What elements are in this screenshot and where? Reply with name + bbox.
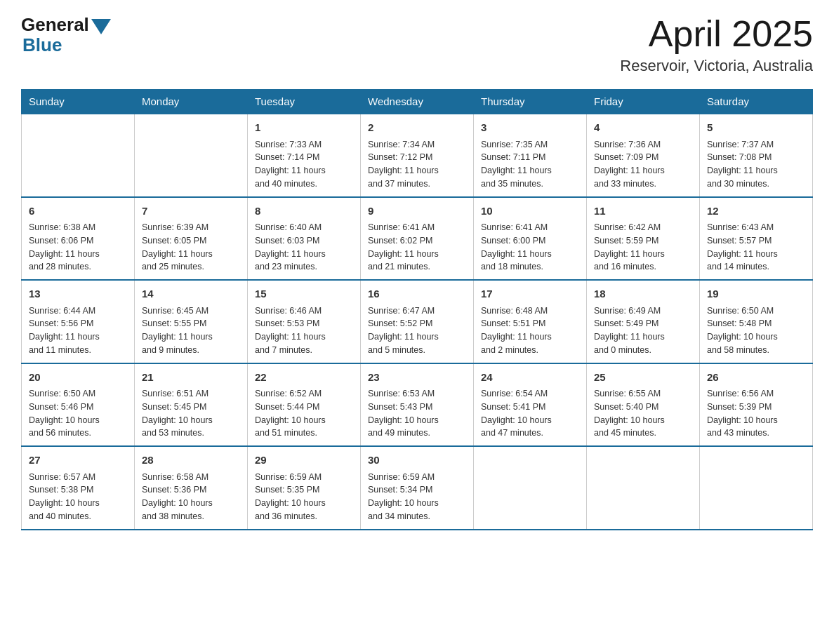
calendar-cell: 25Sunrise: 6:55 AM Sunset: 5:40 PM Dayli… <box>587 363 700 447</box>
day-number: 23 <box>368 370 466 386</box>
calendar-cell: 9Sunrise: 6:41 AM Sunset: 6:02 PM Daylig… <box>361 197 474 281</box>
day-info: Sunrise: 6:42 AM Sunset: 5:59 PM Dayligh… <box>594 221 692 274</box>
week-row-1: 1Sunrise: 7:33 AM Sunset: 7:14 PM Daylig… <box>22 114 813 197</box>
logo: General Blue <box>21 14 111 56</box>
day-number: 30 <box>368 452 466 469</box>
day-number: 22 <box>255 370 353 386</box>
day-info: Sunrise: 7:33 AM Sunset: 7:14 PM Dayligh… <box>255 138 353 191</box>
day-info: Sunrise: 7:37 AM Sunset: 7:08 PM Dayligh… <box>707 138 805 191</box>
day-info: Sunrise: 6:52 AM Sunset: 5:44 PM Dayligh… <box>255 387 353 440</box>
day-info: Sunrise: 6:50 AM Sunset: 5:46 PM Dayligh… <box>29 387 127 440</box>
day-info: Sunrise: 6:39 AM Sunset: 6:05 PM Dayligh… <box>142 221 240 274</box>
day-info: Sunrise: 6:44 AM Sunset: 5:56 PM Dayligh… <box>29 304 127 357</box>
day-info: Sunrise: 6:45 AM Sunset: 5:55 PM Dayligh… <box>142 304 240 357</box>
logo-triangle-icon <box>91 19 111 34</box>
day-info: Sunrise: 6:46 AM Sunset: 5:53 PM Dayligh… <box>255 304 353 357</box>
day-info: Sunrise: 6:49 AM Sunset: 5:49 PM Dayligh… <box>594 304 692 357</box>
day-number: 26 <box>707 370 805 386</box>
day-info: Sunrise: 6:41 AM Sunset: 6:02 PM Dayligh… <box>368 221 466 274</box>
calendar-cell: 5Sunrise: 7:37 AM Sunset: 7:08 PM Daylig… <box>700 114 813 197</box>
calendar-cell: 8Sunrise: 6:40 AM Sunset: 6:03 PM Daylig… <box>248 197 361 281</box>
day-number: 2 <box>368 120 466 136</box>
header-friday: Friday <box>587 90 700 114</box>
day-number: 18 <box>594 286 692 302</box>
day-number: 11 <box>594 203 692 220</box>
day-info: Sunrise: 6:57 AM Sunset: 5:38 PM Dayligh… <box>29 471 127 523</box>
day-number: 8 <box>255 203 353 220</box>
day-number: 5 <box>707 120 805 136</box>
calendar-cell: 27Sunrise: 6:57 AM Sunset: 5:38 PM Dayli… <box>22 446 135 530</box>
day-number: 16 <box>368 286 466 302</box>
day-info: Sunrise: 6:50 AM Sunset: 5:48 PM Dayligh… <box>707 304 805 357</box>
day-info: Sunrise: 6:43 AM Sunset: 5:57 PM Dayligh… <box>707 221 805 274</box>
calendar-cell: 23Sunrise: 6:53 AM Sunset: 5:43 PM Dayli… <box>361 363 474 447</box>
day-number: 27 <box>29 452 127 469</box>
calendar-cell: 18Sunrise: 6:49 AM Sunset: 5:49 PM Dayli… <box>587 280 700 363</box>
day-number: 20 <box>29 370 127 386</box>
day-number: 6 <box>29 203 127 220</box>
day-number: 9 <box>368 203 466 220</box>
page-subtitle: Reservoir, Victoria, Australia <box>620 57 813 75</box>
header-saturday: Saturday <box>700 90 813 114</box>
day-number: 7 <box>142 203 240 220</box>
calendar-cell: 13Sunrise: 6:44 AM Sunset: 5:56 PM Dayli… <box>22 280 135 363</box>
day-number: 24 <box>481 370 579 386</box>
day-info: Sunrise: 6:56 AM Sunset: 5:39 PM Dayligh… <box>707 387 805 440</box>
header-monday: Monday <box>135 90 248 114</box>
calendar-header-row: SundayMondayTuesdayWednesdayThursdayFrid… <box>22 90 813 114</box>
header-wednesday: Wednesday <box>361 90 474 114</box>
week-row-5: 27Sunrise: 6:57 AM Sunset: 5:38 PM Dayli… <box>22 446 813 530</box>
calendar-cell: 26Sunrise: 6:56 AM Sunset: 5:39 PM Dayli… <box>700 363 813 447</box>
calendar-cell <box>700 446 813 530</box>
day-info: Sunrise: 6:47 AM Sunset: 5:52 PM Dayligh… <box>368 304 466 357</box>
calendar-cell: 29Sunrise: 6:59 AM Sunset: 5:35 PM Dayli… <box>248 446 361 530</box>
day-info: Sunrise: 6:59 AM Sunset: 5:35 PM Dayligh… <box>255 471 353 523</box>
calendar-cell: 3Sunrise: 7:35 AM Sunset: 7:11 PM Daylig… <box>474 114 587 197</box>
day-number: 10 <box>481 203 579 220</box>
header-sunday: Sunday <box>22 90 135 114</box>
day-number: 17 <box>481 286 579 302</box>
day-info: Sunrise: 6:41 AM Sunset: 6:00 PM Dayligh… <box>481 221 579 274</box>
calendar-cell: 15Sunrise: 6:46 AM Sunset: 5:53 PM Dayli… <box>248 280 361 363</box>
day-info: Sunrise: 7:35 AM Sunset: 7:11 PM Dayligh… <box>481 138 579 191</box>
day-info: Sunrise: 6:38 AM Sunset: 6:06 PM Dayligh… <box>29 221 127 274</box>
calendar-cell: 1Sunrise: 7:33 AM Sunset: 7:14 PM Daylig… <box>248 114 361 197</box>
calendar-cell: 4Sunrise: 7:36 AM Sunset: 7:09 PM Daylig… <box>587 114 700 197</box>
day-info: Sunrise: 6:55 AM Sunset: 5:40 PM Dayligh… <box>594 387 692 440</box>
day-info: Sunrise: 6:53 AM Sunset: 5:43 PM Dayligh… <box>368 387 466 440</box>
week-row-4: 20Sunrise: 6:50 AM Sunset: 5:46 PM Dayli… <box>22 363 813 447</box>
calendar-cell <box>474 446 587 530</box>
day-number: 25 <box>594 370 692 386</box>
week-row-2: 6Sunrise: 6:38 AM Sunset: 6:06 PM Daylig… <box>22 197 813 281</box>
day-number: 12 <box>707 203 805 220</box>
calendar-cell: 14Sunrise: 6:45 AM Sunset: 5:55 PM Dayli… <box>135 280 248 363</box>
day-number: 4 <box>594 120 692 136</box>
header-tuesday: Tuesday <box>248 90 361 114</box>
day-number: 1 <box>255 120 353 136</box>
calendar-cell: 19Sunrise: 6:50 AM Sunset: 5:48 PM Dayli… <box>700 280 813 363</box>
day-number: 13 <box>29 286 127 302</box>
header-thursday: Thursday <box>474 90 587 114</box>
day-number: 28 <box>142 452 240 469</box>
calendar-cell <box>135 114 248 197</box>
calendar-cell: 20Sunrise: 6:50 AM Sunset: 5:46 PM Dayli… <box>22 363 135 447</box>
calendar-cell: 2Sunrise: 7:34 AM Sunset: 7:12 PM Daylig… <box>361 114 474 197</box>
logo-general-text: General <box>21 14 89 36</box>
logo-blue-text: Blue <box>22 34 62 56</box>
calendar-cell <box>22 114 135 197</box>
calendar-table: SundayMondayTuesdayWednesdayThursdayFrid… <box>21 89 813 530</box>
calendar-cell: 28Sunrise: 6:58 AM Sunset: 5:36 PM Dayli… <box>135 446 248 530</box>
day-number: 29 <box>255 452 353 469</box>
calendar-cell: 10Sunrise: 6:41 AM Sunset: 6:00 PM Dayli… <box>474 197 587 281</box>
calendar-cell: 12Sunrise: 6:43 AM Sunset: 5:57 PM Dayli… <box>700 197 813 281</box>
calendar-cell: 7Sunrise: 6:39 AM Sunset: 6:05 PM Daylig… <box>135 197 248 281</box>
day-number: 14 <box>142 286 240 302</box>
day-number: 19 <box>707 286 805 302</box>
calendar-cell <box>587 446 700 530</box>
day-info: Sunrise: 6:48 AM Sunset: 5:51 PM Dayligh… <box>481 304 579 357</box>
calendar-cell: 11Sunrise: 6:42 AM Sunset: 5:59 PM Dayli… <box>587 197 700 281</box>
day-info: Sunrise: 6:59 AM Sunset: 5:34 PM Dayligh… <box>368 471 466 523</box>
calendar-cell: 21Sunrise: 6:51 AM Sunset: 5:45 PM Dayli… <box>135 363 248 447</box>
day-info: Sunrise: 7:36 AM Sunset: 7:09 PM Dayligh… <box>594 138 692 191</box>
day-info: Sunrise: 6:51 AM Sunset: 5:45 PM Dayligh… <box>142 387 240 440</box>
